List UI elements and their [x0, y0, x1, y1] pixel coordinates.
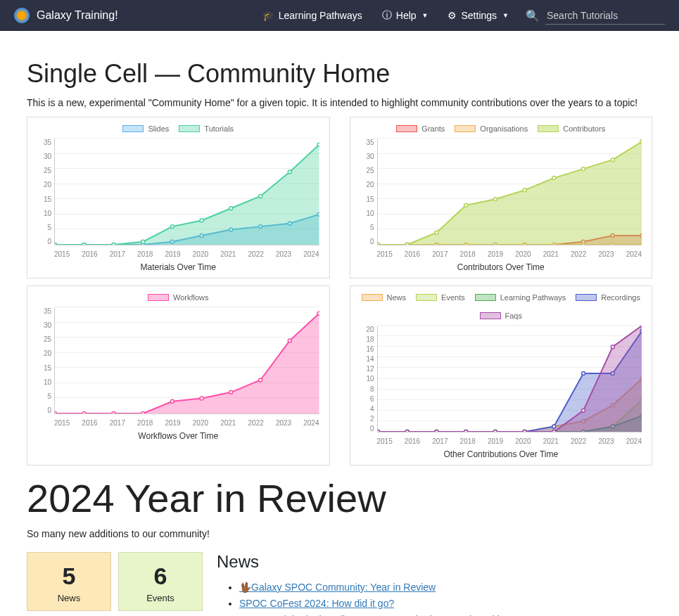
legend-item[interactable]: Tutorials [179, 124, 234, 133]
x-tick: 2018 [460, 437, 476, 445]
x-tick: 2017 [432, 437, 448, 445]
y-tick: 6 [359, 395, 374, 403]
legend-swatch [122, 125, 144, 132]
news-list: 🖖🏾Galaxy SPOC Community: Year in ReviewS… [217, 582, 652, 616]
y-tick: 10 [359, 375, 374, 383]
y-tick: 15 [36, 195, 51, 203]
legend-label: Learning Pathways [500, 293, 566, 302]
nav-learning-pathways[interactable]: 🎓 Learning Pathways [253, 6, 372, 25]
svg-point-18 [288, 170, 291, 174]
legend-item[interactable]: Organisations [455, 124, 528, 133]
legend-label: News [387, 293, 407, 302]
news-item: 🖖🏾Galaxy SPOC Community: Year in Review [239, 582, 652, 593]
legend-swatch [416, 294, 437, 301]
svg-point-44 [493, 198, 497, 201]
y-axis: 05101520253035 [359, 139, 374, 245]
legend-item[interactable]: Faqs [480, 312, 522, 320]
legend-label: Organisations [480, 124, 528, 133]
legend-swatch [538, 125, 559, 132]
svg-point-10 [55, 243, 56, 245]
news-link[interactable]: SPOC CoFest 2024: How did it go? [239, 598, 394, 609]
y-tick: 25 [36, 335, 51, 343]
nav-settings-label: Settings [461, 10, 497, 21]
svg-point-17 [259, 194, 262, 198]
chart-area: 0510152025303520152016201720182019202020… [54, 307, 319, 427]
x-tick: 2018 [137, 419, 153, 427]
year-review-title: 2024 Year in Review [27, 475, 652, 521]
svg-point-53 [141, 412, 145, 413]
x-tick: 2022 [571, 437, 586, 445]
legend-swatch [396, 125, 417, 132]
nav-help-label: Help [396, 10, 417, 21]
brand-title[interactable]: Galaxy Training! [37, 9, 118, 22]
x-axis: 2015201620172018201920202021202220232024 [54, 250, 319, 258]
nav-pathways-label: Learning Pathways [279, 10, 362, 21]
svg-point-49 [640, 140, 642, 143]
y-tick: 4 [359, 405, 374, 413]
legend-item[interactable]: Recordings [576, 293, 640, 302]
svg-point-15 [200, 219, 203, 222]
svg-point-103 [464, 430, 467, 432]
svg-point-59 [317, 312, 319, 315]
chart-box: Workflows0510152025303520152016201720182… [27, 285, 330, 466]
y-tick: 30 [359, 153, 374, 160]
x-axis: 2015201620172018201920202021202220232024 [377, 437, 642, 445]
y-tick: 0 [359, 425, 374, 432]
x-tick: 2021 [543, 437, 559, 445]
x-tick: 2016 [82, 419, 97, 427]
svg-point-19 [317, 143, 319, 146]
legend-label: Workflows [173, 293, 209, 302]
legend-label: Tutorials [204, 124, 234, 133]
news-item: SPOC CoFest 2024: How did it go? [239, 598, 652, 609]
chart-area: 0246810121416182020152016201720182019202… [377, 326, 642, 445]
legend-label: Grants [421, 124, 445, 133]
x-tick: 2019 [165, 250, 180, 258]
legend-item[interactable]: Workflows [148, 293, 209, 302]
x-tick: 2022 [571, 250, 586, 258]
x-tick: 2020 [193, 250, 208, 258]
x-tick: 2015 [377, 250, 393, 258]
x-tick: 2015 [377, 437, 393, 445]
x-tick: 2017 [110, 250, 125, 258]
y-tick: 5 [36, 392, 51, 400]
news-heading: News [217, 552, 652, 572]
legend-swatch [480, 312, 501, 319]
legend-item[interactable]: Contributors [538, 124, 605, 133]
x-tick: 2023 [598, 437, 614, 445]
nav-help[interactable]: ⓘ Help ▼ [372, 5, 438, 26]
legend-item[interactable]: Slides [122, 124, 169, 133]
legend-label: Slides [148, 124, 169, 133]
x-tick: 2019 [488, 437, 503, 445]
legend-swatch [148, 294, 169, 301]
legend-swatch [455, 125, 476, 132]
x-tick: 2022 [248, 419, 264, 427]
legend-item[interactable]: Events [416, 293, 465, 302]
chart-box: SlidesTutorials0510152025303520152016201… [27, 117, 330, 278]
y-tick: 10 [359, 210, 374, 217]
x-tick: 2023 [276, 250, 291, 258]
y-tick: 25 [359, 167, 374, 174]
svg-point-11 [82, 243, 86, 245]
chart-legend: Workflows [32, 290, 325, 304]
search-input[interactable] [545, 7, 665, 25]
nav-settings[interactable]: ⚙ Settings ▼ [438, 6, 519, 25]
x-tick: 2021 [220, 250, 236, 258]
y-tick: 0 [36, 406, 51, 414]
svg-point-56 [229, 390, 233, 394]
legend-item[interactable]: News [362, 293, 407, 302]
navbar: Galaxy Training! 🎓 Learning Pathways ⓘ H… [0, 0, 679, 31]
news-link[interactable]: 🖖🏾Galaxy SPOC Community: Year in Review [239, 582, 436, 593]
stat-box[interactable]: 6Events [118, 552, 203, 611]
stat-box[interactable]: 5News [27, 552, 111, 611]
legend-item[interactable]: Grants [396, 124, 445, 133]
y-tick: 14 [359, 355, 374, 363]
svg-point-108 [611, 345, 614, 349]
x-tick: 2023 [598, 250, 614, 258]
legend-item[interactable]: Learning Pathways [475, 293, 566, 302]
y-tick: 25 [36, 167, 51, 174]
x-tick: 2016 [405, 437, 420, 445]
y-tick: 0 [359, 238, 374, 245]
x-tick: 2020 [515, 437, 531, 445]
chart-legend: NewsEventsLearning PathwaysRecordingsFaq… [355, 290, 648, 323]
plot [377, 139, 642, 245]
